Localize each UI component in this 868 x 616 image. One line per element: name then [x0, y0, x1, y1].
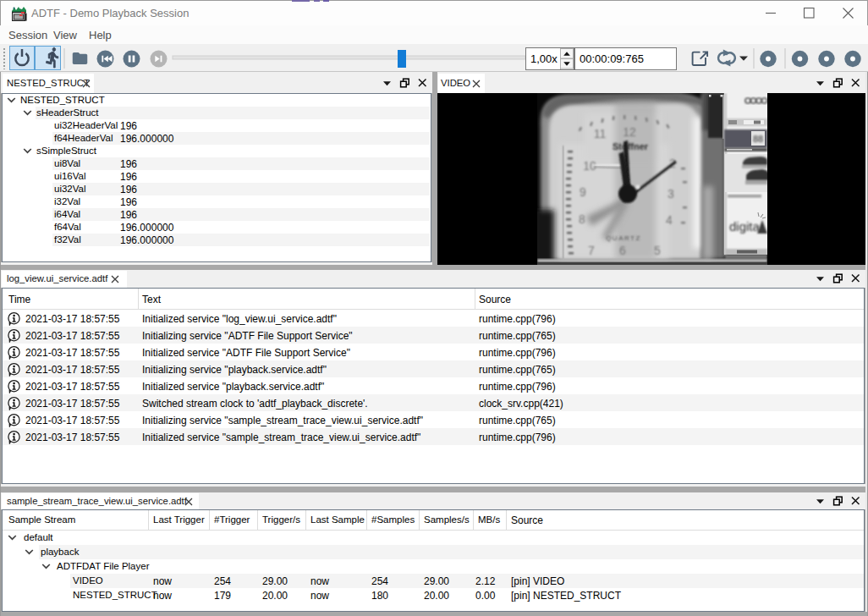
svg-text:3: 3: [667, 187, 674, 201]
svg-text:11: 11: [594, 127, 607, 140]
svg-text:12: 12: [623, 125, 636, 139]
svg-text:5: 5: [654, 244, 661, 257]
svg-text:4: 4: [666, 213, 673, 227]
svg-text:9: 9: [580, 185, 586, 199]
svg-text:Stoffner: Stoffner: [613, 141, 649, 151]
svg-text:8: 8: [579, 212, 585, 226]
svg-text:digita: digita: [729, 219, 761, 234]
svg-text:88: 88: [753, 134, 763, 144]
svg-text:7: 7: [588, 244, 595, 257]
svg-text:QUARTZ: QUARTZ: [606, 234, 641, 242]
svg-text:6: 6: [619, 244, 626, 257]
